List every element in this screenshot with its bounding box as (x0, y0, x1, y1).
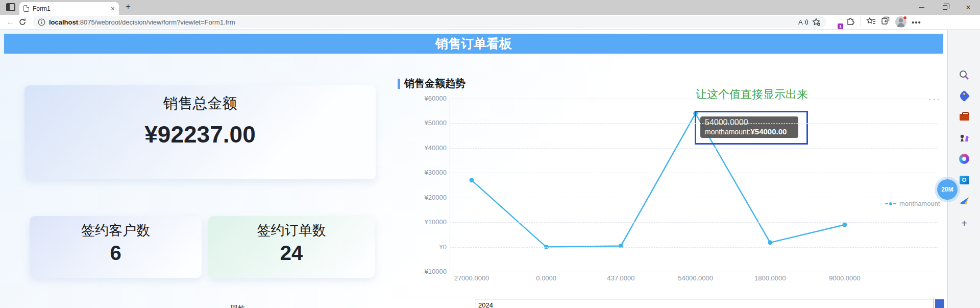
new-tab-button[interactable]: + (126, 2, 131, 12)
orders-value: 24 (208, 242, 375, 265)
x-tick-label: 27000.0000 (438, 274, 505, 282)
total-sales-card: 销售总金额 ¥92237.00 (24, 85, 376, 179)
tab-title: Form1 (33, 5, 107, 12)
edge-sidebar: O + (947, 30, 980, 308)
chart-header: 销售金额趋势 (398, 77, 465, 90)
site-info-icon[interactable] (38, 18, 45, 26)
browser-tab[interactable]: Form1 × (19, 2, 119, 15)
legend-label: monthamount (899, 200, 940, 207)
customers-card: 签约客户数 6 (30, 216, 202, 278)
gridline (450, 173, 938, 173)
orders-card: 签约订单数 24 (208, 216, 375, 278)
read-aloud-icon[interactable]: A (798, 18, 808, 26)
svg-text:A: A (798, 18, 803, 26)
gridline (450, 222, 938, 223)
x-tick-label: 0.0000 (513, 274, 579, 282)
legend-marker-icon (885, 202, 896, 206)
customers-value: 6 (30, 242, 202, 265)
window-restore-button[interactable] (933, 0, 957, 15)
outlook-icon[interactable]: O (958, 174, 970, 186)
favorites-icon[interactable] (866, 17, 876, 28)
extensions-icon[interactable] (846, 16, 855, 28)
data-point[interactable] (470, 178, 474, 182)
tab-strip: Form1 × + × (0, 0, 980, 15)
year-input[interactable] (476, 299, 934, 308)
parameter-pane-divider (393, 297, 943, 297)
address-bar[interactable]: localhost:8075/webroot/decision/view/for… (33, 16, 826, 28)
window-close-button[interactable]: × (957, 0, 980, 15)
dashboard-page: 销售订单看板 销售总金额 ¥92237.00 签约客户数 6 签约订单数 24 … (0, 30, 947, 308)
clipped-section-title: 回款 (231, 304, 245, 308)
y-tick-label: ¥30000 (401, 169, 447, 177)
tooltip-series-value: monthamount:¥54000.00 (705, 127, 794, 136)
data-point[interactable] (619, 244, 623, 248)
microsoft-365-icon[interactable] (958, 153, 970, 165)
gridline (450, 198, 938, 198)
sidebar-add-icon[interactable]: + (958, 217, 970, 229)
total-sales-title: 销售总金额 (24, 93, 376, 114)
x-tick-label: 1800.0000 (737, 274, 803, 282)
browser-toolbar: ← localhost:8075/webroot/decision/view/f… (0, 15, 980, 30)
chart-plot: monthamount 54000.0000 monthamount:¥5400… (399, 94, 947, 289)
pinned-extension-icon[interactable]: 1 (831, 17, 841, 27)
y-tick-label: ¥20000 (401, 194, 447, 202)
customers-title: 签约客户数 (30, 221, 202, 240)
notification-dot (903, 16, 907, 20)
back-icon[interactable]: ← (4, 16, 16, 28)
favorite-star-icon[interactable] (812, 18, 821, 26)
data-point[interactable] (768, 240, 772, 245)
x-tick-label: 437.0000 (587, 274, 654, 282)
x-tick-label: 9000.0000 (812, 274, 878, 282)
gridline (450, 247, 938, 248)
page-title: 销售订单看板 (4, 34, 943, 54)
data-point[interactable] (843, 222, 847, 227)
window-minimize-button[interactable] (910, 0, 933, 15)
chart-title-accent-bar (398, 79, 400, 89)
tab-actions-icon[interactable] (6, 3, 15, 11)
page-doc-icon (23, 5, 29, 12)
x-tick-label: 54000.0000 (663, 274, 729, 282)
games-icon[interactable] (958, 132, 970, 144)
toolbar-divider (861, 17, 861, 27)
y-tick-label: ¥60000 (401, 94, 447, 103)
chart-tooltip: 54000.0000 monthamount:¥54000.00 (695, 111, 808, 145)
drop-icon[interactable] (958, 195, 970, 207)
y-tick-label: ¥10000 (401, 218, 447, 226)
collections-icon[interactable] (881, 16, 890, 28)
extension-badge: 1 (838, 23, 843, 29)
gridline (450, 99, 938, 99)
shopping-icon[interactable] (958, 90, 970, 102)
total-sales-value: ¥92237.00 (24, 121, 376, 148)
chart-title: 销售金额趋势 (404, 77, 465, 90)
url-text: localhost:8075/webroot/decision/view/for… (49, 18, 795, 26)
query-button[interactable] (935, 299, 944, 308)
browser-settings-menu-icon[interactable]: ••• (912, 18, 921, 27)
tooltip-category: 54000.0000 (705, 118, 794, 127)
y-tick-label: ¥50000 (401, 119, 447, 127)
refresh-icon[interactable] (16, 16, 29, 28)
orders-title: 签约订单数 (208, 221, 375, 240)
profile-avatar[interactable] (895, 16, 906, 28)
badge-20m[interactable]: 20M (937, 179, 958, 200)
chart-legend[interactable]: monthamount (885, 200, 940, 207)
y-tick-label: ¥40000 (401, 144, 447, 152)
gridline (450, 148, 938, 149)
tooltip-body: 54000.0000 monthamount:¥54000.00 (700, 116, 798, 138)
y-tick-label: ¥0 (401, 243, 447, 251)
search-icon[interactable] (958, 69, 970, 81)
toolbox-icon[interactable] (958, 111, 970, 123)
gridline (450, 123, 938, 124)
gridline (450, 272, 938, 272)
tab-close-icon[interactable]: × (111, 5, 115, 12)
